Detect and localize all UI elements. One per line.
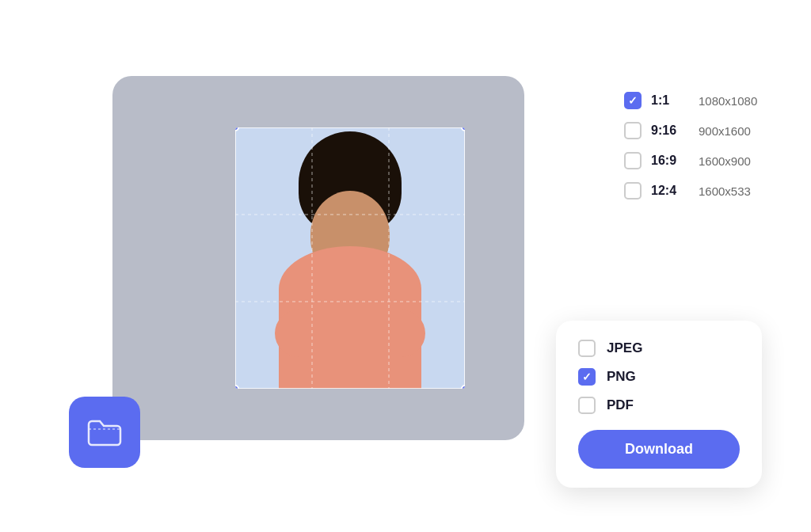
ratio-size-9-16: 900x1600 bbox=[699, 124, 762, 138]
format-item-png: PNG bbox=[578, 368, 740, 386]
ratio-size-12-4: 1600x533 bbox=[699, 184, 762, 198]
ratio-item-1-1: 1:1 1080x1080 bbox=[624, 92, 762, 109]
ratio-label-16-9: 16:9 bbox=[651, 154, 689, 168]
image-area bbox=[235, 127, 465, 389]
ratio-size-16-9: 1600x900 bbox=[699, 154, 762, 168]
folder-icon-wrap bbox=[69, 397, 140, 468]
folder-icon bbox=[84, 412, 125, 453]
format-item-pdf: PDF bbox=[578, 397, 740, 414]
ratio-label-12-4: 12:4 bbox=[651, 184, 689, 198]
crop-handle-bl[interactable] bbox=[235, 385, 239, 389]
ratio-panel: 1:1 1080x1080 9:16 900x1600 16:9 1600x90… bbox=[624, 92, 762, 200]
main-card bbox=[112, 76, 524, 440]
ratio-checkbox-1-1[interactable] bbox=[624, 92, 642, 109]
ratio-label-1-1: 1:1 bbox=[651, 93, 689, 108]
format-panel: JPEG PNG PDF Download bbox=[556, 321, 762, 488]
ratio-checkbox-9-16[interactable] bbox=[624, 122, 642, 139]
scene: 1:1 1080x1080 9:16 900x1600 16:9 1600x90… bbox=[49, 44, 762, 488]
ratio-checkbox-12-4[interactable] bbox=[624, 182, 642, 200]
crop-handle-br[interactable] bbox=[461, 385, 465, 389]
ratio-item-12-4: 12:4 1600x533 bbox=[624, 182, 762, 200]
format-checkbox-pdf[interactable] bbox=[578, 397, 596, 414]
ratio-label-9-16: 9:16 bbox=[651, 124, 689, 138]
format-item-jpeg: JPEG bbox=[578, 340, 740, 357]
ratio-item-9-16: 9:16 900x1600 bbox=[624, 122, 762, 139]
format-label-pdf: PDF bbox=[607, 397, 634, 413]
person-arms bbox=[275, 310, 425, 357]
format-checkbox-png[interactable] bbox=[578, 368, 596, 386]
ratio-size-1-1: 1080x1080 bbox=[699, 94, 762, 108]
crop-handle-tl[interactable] bbox=[235, 127, 239, 131]
crop-handle-tr[interactable] bbox=[461, 127, 465, 131]
format-label-png: PNG bbox=[607, 369, 636, 385]
download-button[interactable]: Download bbox=[578, 430, 740, 469]
ratio-checkbox-16-9[interactable] bbox=[624, 152, 642, 169]
format-label-jpeg: JPEG bbox=[607, 340, 642, 356]
person-figure bbox=[263, 135, 437, 389]
ratio-item-16-9: 16:9 1600x900 bbox=[624, 152, 762, 169]
format-checkbox-jpeg[interactable] bbox=[578, 340, 596, 357]
